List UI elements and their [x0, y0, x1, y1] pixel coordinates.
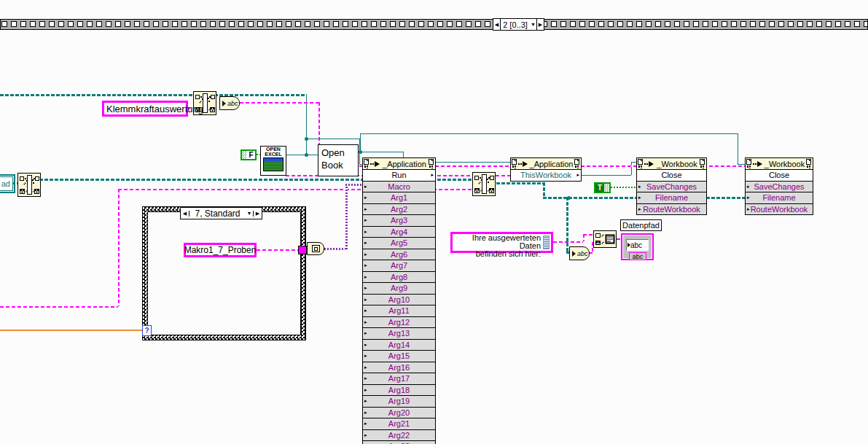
- build-path-icon-mid[interactable]: [472, 172, 496, 196]
- invoke-param-row[interactable]: ▸ Arg20: [362, 408, 436, 419]
- case-dropdown-icon[interactable]: ▼: [246, 211, 253, 216]
- boolean-constant-true[interactable]: T: [594, 182, 611, 193]
- string-type-tag: abc: [629, 252, 646, 260]
- param-arrow-icon: ▸: [364, 274, 367, 280]
- invoke-param-row[interactable]: ▸ Macro: [362, 182, 436, 193]
- concatenate-strings-node[interactable]: [593, 230, 617, 248]
- case-tunnel[interactable]: [298, 246, 307, 254]
- param-arrow-icon: ▸: [364, 330, 367, 336]
- invoke-param-row[interactable]: ▸ RouteWorkbook: [636, 204, 707, 216]
- param-label: Arg20: [388, 408, 410, 417]
- invoke-param-row[interactable]: ▸ Arg1: [362, 192, 436, 204]
- sequence-selector-label[interactable]: 2 [0..3]: [501, 19, 530, 30]
- automation-refnum-icon: [746, 159, 752, 169]
- method-row-run[interactable]: Run ▸: [362, 170, 436, 182]
- invoke-param-row[interactable]: ▸ Arg17: [362, 373, 436, 385]
- invoke-node-header[interactable]: _Application: [362, 157, 436, 170]
- string-scrollbar-icon: [543, 235, 550, 249]
- invoke-node-workbook-close-1[interactable]: _Workbook Close ▸ SaveChanges ▸ Filename…: [636, 157, 707, 215]
- property-arrow-icon: [518, 161, 528, 167]
- invoke-param-row[interactable]: ▸ Arg19: [362, 396, 436, 408]
- param-label: RouteWorkbook: [751, 205, 808, 214]
- row-arrow-icon: ▸: [576, 172, 579, 178]
- invoke-param-row[interactable]: ▸ Arg9: [362, 283, 436, 295]
- invoke-node-application-run[interactable]: _Application Run ▸ ▸ Macro ▸ Arg1 ▸ Arg2…: [362, 157, 436, 444]
- param-arrow-icon: ▸: [364, 308, 367, 313]
- wire-string-msg-in: [583, 234, 593, 235]
- case-prev-arrow[interactable]: ◀: [181, 211, 189, 217]
- param-label: Arg4: [391, 227, 407, 236]
- invoke-param-row[interactable]: ▸ Arg10: [362, 295, 436, 306]
- property-node-header[interactable]: _Application: [510, 157, 582, 170]
- invoke-param-row[interactable]: ▸ SaveChanges: [636, 182, 707, 193]
- open-excel-vi[interactable]: OPEN EXCEL: [260, 146, 286, 176]
- open-book-node[interactable]: Open Book: [318, 144, 359, 176]
- invoke-param-row[interactable]: ▸ Arg2: [362, 204, 436, 216]
- invoke-param-row[interactable]: ▸ Arg22: [362, 430, 436, 442]
- invoke-node-title: _Workbook: [655, 160, 699, 168]
- invoke-param-row[interactable]: ▸ Arg21: [362, 418, 436, 430]
- path-control-terminal[interactable]: ad: [0, 176, 13, 191]
- invoke-param-row[interactable]: ▸ Arg18: [362, 385, 436, 397]
- open-book-text1: Open: [321, 147, 358, 159]
- invoke-param-row[interactable]: ▸ Arg4: [362, 227, 436, 238]
- wire-path-icon3-out: [496, 182, 543, 184]
- invoke-param-row[interactable]: ▸ Arg12: [362, 317, 436, 329]
- sequence-next-arrow[interactable]: ▶: [536, 19, 544, 30]
- wire-variant-out: [324, 248, 346, 250]
- boolean-constant-false[interactable]: F: [241, 149, 257, 160]
- case-selector-label[interactable]: 7, Standard: [189, 209, 246, 219]
- invoke-node-header[interactable]: _Workbook: [745, 157, 813, 170]
- invoke-param-row[interactable]: ▸ Arg23: [362, 441, 436, 444]
- invoke-param-row[interactable]: ▸ Arg11: [362, 305, 436, 317]
- property-node-application[interactable]: _Application ThisWorkbook ▸: [510, 157, 582, 182]
- datenpfad-indicator-terminal[interactable]: abc abc: [621, 233, 654, 260]
- invoke-param-row[interactable]: ▸ Arg6: [362, 249, 436, 261]
- invoke-node-header[interactable]: _Workbook: [636, 157, 707, 170]
- string-constant-makro[interactable]: Makro1_7_Proben: [184, 243, 257, 257]
- to-variant-node[interactable]: [307, 242, 324, 255]
- invoke-param-row[interactable]: ▸ Arg5: [362, 238, 436, 249]
- path-pennant-icon: [222, 101, 226, 106]
- invoke-param-row[interactable]: ▸ SaveChanges: [745, 182, 813, 193]
- param-label: Arg19: [388, 397, 410, 405]
- case-structure[interactable]: [142, 206, 306, 340]
- param-arrow-icon: ▸: [364, 217, 367, 223]
- string-constant-message[interactable]: Ihre ausgewerteten Daten befinden sich h…: [450, 232, 553, 253]
- case-selector[interactable]: ◀ 7, Standard ▼ ▶: [180, 207, 262, 219]
- case-next-arrow[interactable]: ▶: [253, 211, 262, 217]
- sequence-dropdown-icon[interactable]: ▼: [530, 19, 536, 30]
- case-selector-terminal[interactable]: ?: [142, 325, 152, 336]
- wire-junction: [567, 196, 571, 200]
- property-row-thisworkbook[interactable]: ThisWorkbook ▸: [510, 170, 582, 182]
- invoke-param-row[interactable]: ▸ Arg3: [362, 215, 436, 227]
- sequence-selector[interactable]: ◀ 2 [0..3] ▼ ▶: [493, 18, 544, 31]
- open-book-text2: Book: [321, 159, 358, 171]
- path-to-string-node-top[interactable]: abc: [219, 96, 240, 110]
- indicator-value: abc: [630, 241, 642, 249]
- automation-refnum-icon: [638, 159, 644, 169]
- method-row-close[interactable]: Close: [636, 170, 707, 182]
- invoke-param-row[interactable]: ▸ Arg7: [362, 260, 436, 272]
- wire-junction: [305, 137, 308, 141]
- path-to-string-node-bottom[interactable]: abc: [569, 246, 590, 260]
- method-row-close[interactable]: Close: [745, 170, 813, 182]
- invoke-param-row[interactable]: ▸ Filename: [745, 192, 813, 204]
- invoke-param-row[interactable]: ▸ Arg16: [362, 362, 436, 374]
- string-constant-klemmkraft[interactable]: Klemmkraftauswertung: [102, 101, 188, 117]
- build-path-icon-left[interactable]: [17, 173, 41, 197]
- invoke-param-row[interactable]: ▸ Filename: [636, 192, 707, 204]
- wire-numeric-case-selector: [0, 330, 143, 331]
- invoke-param-row[interactable]: ▸ Arg14: [362, 340, 436, 351]
- datenpfad-label[interactable]: Datenpfad: [620, 219, 662, 231]
- invoke-param-row[interactable]: ▸ RouteWorkbook: [745, 204, 813, 216]
- param-label: Filename: [655, 193, 688, 202]
- invoke-param-list: ▸ Macro ▸ Arg1 ▸ Arg2 ▸ Arg3 ▸ Arg4 ▸ Ar…: [362, 182, 436, 444]
- param-label: Filename: [762, 193, 795, 202]
- invoke-param-row[interactable]: ▸ Arg15: [362, 351, 436, 362]
- invoke-node-workbook-close-2[interactable]: _Workbook Close ▸ SaveChanges ▸ Filename…: [745, 157, 813, 215]
- sequence-prev-arrow[interactable]: ◀: [493, 19, 501, 30]
- invoke-param-row[interactable]: ▸ Arg13: [362, 328, 436, 340]
- invoke-param-row[interactable]: ▸ Arg8: [362, 272, 436, 284]
- param-label: Arg18: [388, 386, 410, 394]
